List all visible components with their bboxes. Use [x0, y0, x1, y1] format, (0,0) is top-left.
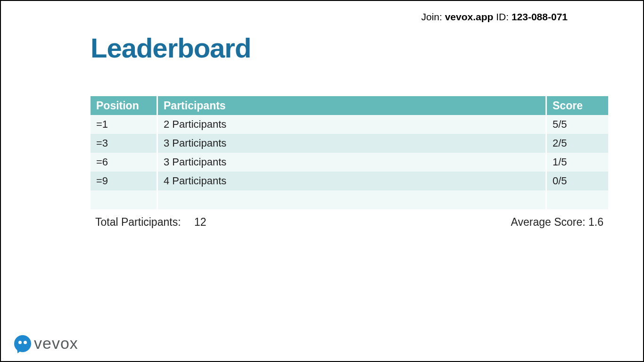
speech-bubble-icon: [14, 335, 31, 352]
header-position: Position: [91, 99, 157, 112]
table-row: =33 Participants2/5: [91, 134, 608, 153]
table-header-row: Position Participants Score: [91, 96, 608, 115]
join-instructions: Join: vevox.app ID: 123-088-071: [421, 11, 568, 23]
cell-participants: 3 Participants: [158, 137, 545, 149]
total-participants: Total Participants: 12: [95, 216, 206, 229]
brand-logo: vevox: [14, 334, 78, 353]
cell-participants: 4 Participants: [158, 175, 545, 187]
column-divider: [545, 190, 547, 209]
cell-participants: 3 Participants: [158, 156, 545, 168]
avg-label: Average Score:: [511, 216, 586, 228]
average-score: Average Score: 1.6: [511, 216, 604, 229]
cell-position: =3: [91, 137, 157, 149]
header-participants: Participants: [158, 99, 545, 112]
column-divider: [157, 190, 158, 209]
cell-score: 2/5: [547, 137, 608, 149]
leaderboard-table: Position Participants Score =12 Particip…: [91, 96, 608, 209]
cell-participants: 2 Participants: [158, 118, 545, 131]
slide-frame: Join: vevox.app ID: 123-088-071 Leaderbo…: [0, 0, 644, 362]
cell-position: =6: [91, 156, 157, 168]
join-site: vevox.app: [445, 11, 494, 22]
header-score: Score: [547, 99, 608, 112]
join-id-value: 123-088-071: [512, 11, 568, 22]
join-prefix: Join:: [421, 11, 445, 22]
brand-name: vevox: [34, 334, 78, 353]
total-value: 12: [194, 216, 206, 228]
table-row: =94 Participants0/5: [91, 172, 608, 190]
table-row: =63 Participants1/5: [91, 153, 608, 172]
cell-position: =9: [91, 175, 157, 187]
table-row: =12 Participants5/5: [91, 115, 608, 134]
avg-value: 1.6: [588, 216, 603, 228]
summary-bar: Total Participants: 12 Average Score: 1.…: [95, 216, 603, 229]
cell-position: =1: [91, 118, 157, 131]
cell-score: 1/5: [547, 156, 608, 168]
total-label: Total Participants:: [95, 216, 181, 228]
page-title: Leaderboard: [91, 32, 251, 64]
cell-score: 5/5: [547, 118, 608, 131]
join-id-label: ID:: [493, 11, 512, 22]
table-row: [91, 190, 608, 209]
cell-score: 0/5: [547, 175, 608, 187]
